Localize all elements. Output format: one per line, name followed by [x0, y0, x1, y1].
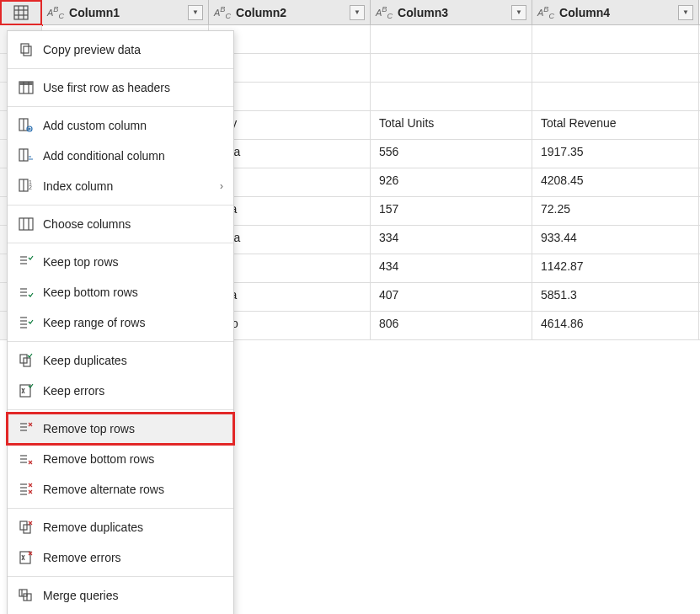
cell[interactable]: 5851.3	[532, 283, 699, 311]
cell[interactable]: 1917.35	[532, 140, 699, 168]
keep-duplicates-icon	[18, 352, 35, 369]
menu-keep-errors[interactable]: Keep errors	[8, 376, 233, 406]
column-filter-button[interactable]: ▼	[511, 5, 526, 20]
index-column-icon: 12	[18, 178, 35, 195]
svg-rect-6	[24, 46, 31, 56]
abc-type-icon: ABC	[214, 5, 231, 20]
cell[interactable]: 157	[371, 197, 532, 225]
svg-rect-8	[19, 82, 33, 85]
menu-add-conditional-column[interactable]: Add conditional column	[8, 141, 233, 171]
cell[interactable]: 4208.45	[532, 168, 699, 196]
menu-keep-range-of-rows[interactable]: Keep range of rows	[8, 307, 233, 338]
cell[interactable]: 1142.87	[532, 254, 699, 282]
keep-errors-icon	[18, 382, 35, 399]
menu-label: Remove duplicates	[43, 521, 223, 534]
menu-keep-top-rows[interactable]: Keep top rows	[8, 247, 233, 277]
menu-separator	[8, 576, 233, 577]
remove-duplicates-icon	[18, 519, 35, 536]
column-label: Column1	[69, 6, 184, 19]
cell[interactable]: 926	[371, 168, 532, 196]
choose-columns-icon	[18, 216, 35, 232]
menu-remove-bottom-rows[interactable]: Remove bottom rows	[8, 444, 233, 474]
svg-rect-36	[20, 385, 30, 397]
keep-top-rows-icon	[18, 254, 35, 270]
cell[interactable]: Total Units	[371, 111, 532, 139]
column-header-row: ABC Column1 ▼ ABC Column2 ▼ ABC Column3 …	[0, 0, 700, 25]
menu-separator	[8, 243, 233, 243]
menu-keep-bottom-rows[interactable]: Keep bottom rows	[8, 277, 233, 307]
menu-remove-top-rows[interactable]: Remove top rows	[8, 414, 233, 444]
menu-label: Add custom column	[43, 119, 223, 132]
menu-add-custom-column[interactable]: Add custom column	[8, 110, 233, 141]
cell[interactable]: 334	[371, 226, 532, 254]
menu-append-queries[interactable]: Append queries	[8, 611, 233, 614]
cell[interactable]: 434	[371, 254, 532, 282]
menu-separator	[8, 68, 233, 69]
menu-remove-duplicates[interactable]: Remove duplicates	[8, 512, 233, 542]
menu-label: Use first row as headers	[43, 81, 223, 94]
menu-label: Copy preview data	[43, 43, 223, 56]
table-corner-button[interactable]	[0, 0, 42, 25]
column-label: Column2	[236, 6, 346, 19]
menu-separator	[8, 409, 233, 410]
column-header-3[interactable]: ABC Column3 ▼	[371, 0, 532, 24]
remove-top-rows-icon	[18, 420, 35, 437]
menu-separator	[8, 106, 233, 107]
cell[interactable]	[532, 54, 699, 82]
menu-index-column[interactable]: 12 Index column ›	[8, 171, 233, 201]
copy-icon	[18, 41, 35, 58]
menu-label: Keep bottom rows	[43, 286, 223, 299]
cell[interactable]: 806	[371, 312, 532, 339]
cell[interactable]: 556	[371, 140, 532, 168]
column-header-4[interactable]: ABC Column4 ▼	[532, 0, 699, 24]
column-label: Column3	[398, 6, 508, 19]
cell[interactable]: Total Revenue	[532, 111, 699, 139]
menu-copy-preview-data[interactable]: Copy preview data	[8, 35, 233, 65]
menu-merge-queries[interactable]: Merge queries	[8, 580, 233, 611]
column-header-2[interactable]: ABC Column2 ▼	[209, 0, 371, 24]
svg-rect-21	[19, 218, 33, 230]
menu-label: Keep range of rows	[43, 316, 223, 329]
svg-rect-5	[21, 44, 29, 53]
menu-label: Keep top rows	[43, 255, 223, 269]
column-filter-button[interactable]: ▼	[350, 5, 365, 20]
menu-remove-alternate-rows[interactable]: Remove alternate rows	[8, 474, 233, 505]
column-header-1[interactable]: ABC Column1 ▼	[42, 0, 209, 24]
cell[interactable]: 933.44	[532, 226, 699, 254]
table-header-icon	[18, 79, 35, 96]
chevron-right-icon: ›	[220, 180, 223, 192]
menu-choose-columns[interactable]: Choose columns	[8, 209, 233, 239]
menu-label: Merge queries	[43, 589, 223, 602]
column-filter-button[interactable]: ▼	[678, 5, 693, 20]
svg-point-14	[29, 128, 30, 130]
menu-separator	[8, 341, 233, 342]
keep-bottom-rows-icon	[18, 284, 35, 301]
merge-queries-icon	[18, 587, 35, 604]
menu-use-first-row-headers[interactable]: Use first row as headers	[8, 72, 233, 103]
cell[interactable]	[371, 83, 532, 110]
menu-remove-errors[interactable]: Remove errors	[8, 542, 233, 573]
column-label: Column4	[559, 6, 675, 19]
remove-bottom-rows-icon	[18, 451, 35, 467]
column-filter-button[interactable]: ▼	[188, 5, 203, 20]
menu-label: Remove errors	[43, 551, 223, 564]
cell[interactable]	[532, 25, 699, 53]
menu-separator	[8, 205, 233, 206]
cell[interactable]	[371, 54, 532, 82]
menu-label: Keep errors	[43, 384, 223, 398]
cell[interactable]	[371, 25, 532, 53]
menu-label: Remove alternate rows	[43, 483, 223, 496]
cell[interactable]: 407	[371, 283, 532, 311]
menu-keep-duplicates[interactable]: Keep duplicates	[8, 345, 233, 376]
abc-type-icon: ABC	[537, 5, 554, 20]
menu-label: Remove bottom rows	[43, 452, 223, 466]
remove-alternate-rows-icon	[18, 481, 35, 498]
cell[interactable]: 72.25	[532, 197, 699, 225]
table-icon	[13, 5, 29, 20]
abc-type-icon: ABC	[376, 5, 393, 20]
menu-label: Keep duplicates	[43, 354, 223, 367]
cell[interactable]	[532, 83, 699, 110]
menu-label: Index column	[43, 179, 211, 193]
svg-rect-0	[14, 6, 28, 19]
cell[interactable]: 4614.86	[532, 312, 699, 339]
